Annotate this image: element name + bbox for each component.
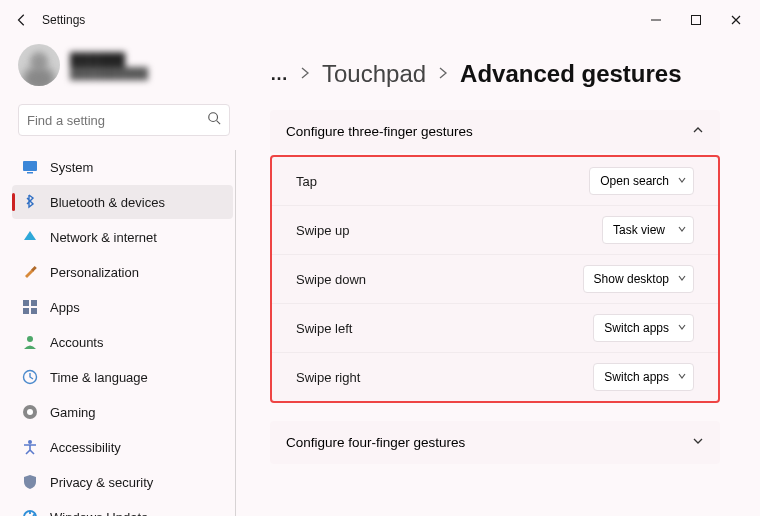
- sidebar-item-windows-update[interactable]: Windows Update: [12, 500, 233, 516]
- access-icon: [22, 439, 38, 455]
- svg-rect-7: [23, 300, 29, 306]
- gesture-dropdown[interactable]: Show desktop: [583, 265, 694, 293]
- section-title: Configure four-finger gestures: [286, 435, 465, 450]
- sidebar-item-accounts[interactable]: Accounts: [12, 325, 233, 359]
- sidebar-item-network-internet[interactable]: Network & internet: [12, 220, 233, 254]
- svg-point-14: [27, 409, 33, 415]
- dropdown-value: Task view: [613, 223, 665, 237]
- maximize-button[interactable]: [676, 4, 716, 36]
- sidebar-item-label: Time & language: [50, 370, 148, 385]
- search-box[interactable]: [18, 104, 230, 136]
- chevron-right-icon: [438, 65, 448, 83]
- shield-icon: [22, 474, 38, 490]
- sidebar-item-time-language[interactable]: Time & language: [12, 360, 233, 394]
- dropdown-value: Switch apps: [604, 321, 669, 335]
- gesture-row: Swipe right Switch apps: [272, 352, 718, 401]
- chevron-up-icon: [692, 124, 704, 139]
- page-title: Advanced gestures: [460, 60, 681, 88]
- svg-rect-1: [692, 16, 701, 25]
- sidebar-item-label: Windows Update: [50, 510, 148, 517]
- chevron-down-icon: [677, 370, 687, 384]
- user-email: ██████████: [70, 67, 148, 79]
- display-icon: [22, 159, 38, 175]
- dropdown-value: Show desktop: [594, 272, 669, 286]
- sidebar-item-label: Gaming: [50, 405, 96, 420]
- svg-point-2: [209, 113, 218, 122]
- back-button[interactable]: [14, 12, 30, 28]
- window-controls: [636, 4, 756, 36]
- app-title: Settings: [42, 13, 85, 27]
- sidebar-item-label: Network & internet: [50, 230, 157, 245]
- gesture-row: Swipe up Task view: [272, 205, 718, 254]
- sidebar-item-gaming[interactable]: Gaming: [12, 395, 233, 429]
- svg-point-15: [28, 440, 32, 444]
- gesture-label: Swipe down: [296, 272, 366, 287]
- update-icon: [22, 509, 38, 516]
- sidebar-item-accessibility[interactable]: Accessibility: [12, 430, 233, 464]
- titlebar: Settings: [0, 0, 760, 40]
- sidebar-item-label: Personalization: [50, 265, 139, 280]
- avatar: [18, 44, 60, 86]
- sidebar-item-label: Bluetooth & devices: [50, 195, 165, 210]
- wifi-icon: [22, 229, 38, 245]
- gesture-dropdown[interactable]: Switch apps: [593, 314, 694, 342]
- chevron-right-icon: [300, 65, 310, 83]
- gesture-dropdown[interactable]: Task view: [602, 216, 694, 244]
- grid-icon: [22, 299, 38, 315]
- close-button[interactable]: [716, 4, 756, 36]
- dropdown-value: Switch apps: [604, 370, 669, 384]
- chevron-down-icon: [677, 223, 687, 237]
- gesture-dropdown[interactable]: Switch apps: [593, 363, 694, 391]
- section-title: Configure three-finger gestures: [286, 124, 473, 139]
- gesture-row: Swipe down Show desktop: [272, 254, 718, 303]
- sidebar-item-label: Accounts: [50, 335, 103, 350]
- gamepad-icon: [22, 404, 38, 420]
- clock-icon: [22, 369, 38, 385]
- search-icon: [207, 111, 221, 129]
- svg-line-3: [217, 121, 221, 125]
- chevron-down-icon: [677, 321, 687, 335]
- sidebar-item-label: Accessibility: [50, 440, 121, 455]
- sidebar-item-personalization[interactable]: Personalization: [12, 255, 233, 289]
- breadcrumb: … Touchpad Advanced gestures: [270, 60, 720, 88]
- breadcrumb-parent[interactable]: Touchpad: [322, 60, 426, 88]
- chevron-down-icon: [677, 272, 687, 286]
- breadcrumb-ellipsis[interactable]: …: [270, 64, 288, 85]
- gesture-label: Swipe left: [296, 321, 352, 336]
- svg-rect-8: [31, 300, 37, 306]
- gesture-label: Swipe up: [296, 223, 349, 238]
- sidebar-item-privacy-security[interactable]: Privacy & security: [12, 465, 233, 499]
- person-icon: [22, 334, 38, 350]
- gesture-row: Tap Open search: [272, 157, 718, 205]
- svg-rect-9: [23, 308, 29, 314]
- gesture-row: Swipe left Switch apps: [272, 303, 718, 352]
- chevron-down-icon: [677, 174, 687, 188]
- sidebar-item-label: System: [50, 160, 93, 175]
- chevron-down-icon: [692, 435, 704, 450]
- search-input[interactable]: [27, 113, 207, 128]
- svg-rect-10: [31, 308, 37, 314]
- gesture-dropdown[interactable]: Open search: [589, 167, 694, 195]
- svg-rect-4: [23, 161, 37, 171]
- bluetooth-icon: [22, 194, 38, 210]
- sidebar-item-label: Apps: [50, 300, 80, 315]
- sidebar-item-apps[interactable]: Apps: [12, 290, 233, 324]
- svg-rect-5: [27, 172, 33, 174]
- sidebar: ██████ ██████████ SystemBluetooth & devi…: [0, 40, 248, 516]
- gesture-label: Swipe right: [296, 370, 360, 385]
- section-three-finger-header[interactable]: Configure three-finger gestures: [270, 110, 720, 153]
- dropdown-value: Open search: [600, 174, 669, 188]
- user-strip[interactable]: ██████ ██████████: [12, 40, 236, 98]
- svg-point-11: [27, 336, 33, 342]
- sidebar-nav: SystemBluetooth & devicesNetwork & inter…: [12, 150, 236, 516]
- gesture-label: Tap: [296, 174, 317, 189]
- section-three-finger-body: Tap Open search Swipe up Task view Swipe…: [270, 155, 720, 403]
- sidebar-item-system[interactable]: System: [12, 150, 233, 184]
- brush-icon: [22, 264, 38, 280]
- sidebar-item-bluetooth-devices[interactable]: Bluetooth & devices: [12, 185, 233, 219]
- minimize-button[interactable]: [636, 4, 676, 36]
- user-name: ██████: [70, 52, 148, 67]
- main-content: … Touchpad Advanced gestures Configure t…: [248, 40, 760, 516]
- section-four-finger-header[interactable]: Configure four-finger gestures: [270, 421, 720, 464]
- sidebar-item-label: Privacy & security: [50, 475, 153, 490]
